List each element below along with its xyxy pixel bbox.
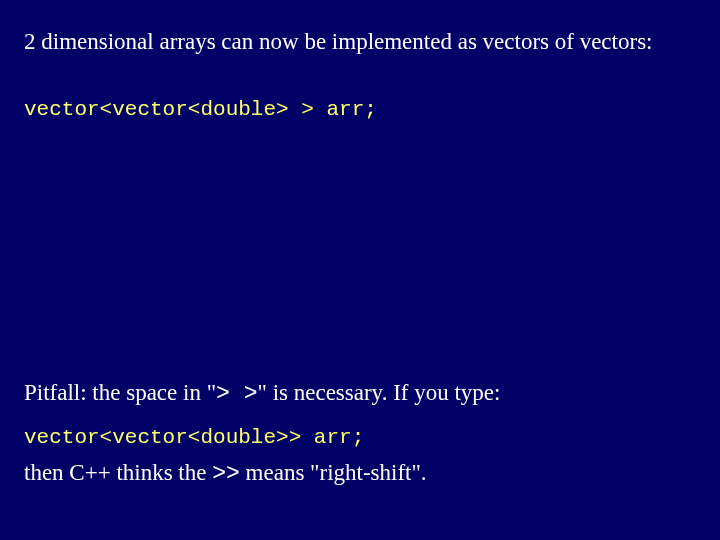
explanation-suffix: means "right-shift". [240, 460, 427, 485]
right-shift-symbol: >> [212, 461, 240, 487]
explanation-text: then C++ thinks the >> means "right-shif… [24, 459, 696, 489]
pitfall-symbol: > > [216, 381, 257, 407]
pitfall-text-prefix: Pitfall: the space in " [24, 380, 216, 405]
explanation-prefix: then C++ thinks the [24, 460, 212, 485]
pitfall-text: Pitfall: the space in "> >" is necessary… [24, 379, 696, 409]
code-example-correct: vector<vector<double> > arr; [24, 98, 696, 121]
code-example-wrong: vector<vector<double>> arr; [24, 426, 696, 449]
intro-text: 2 dimensional arrays can now be implemen… [24, 28, 696, 56]
pitfall-text-suffix: " is necessary. If you type: [258, 380, 501, 405]
slide: 2 dimensional arrays can now be implemen… [0, 0, 720, 540]
